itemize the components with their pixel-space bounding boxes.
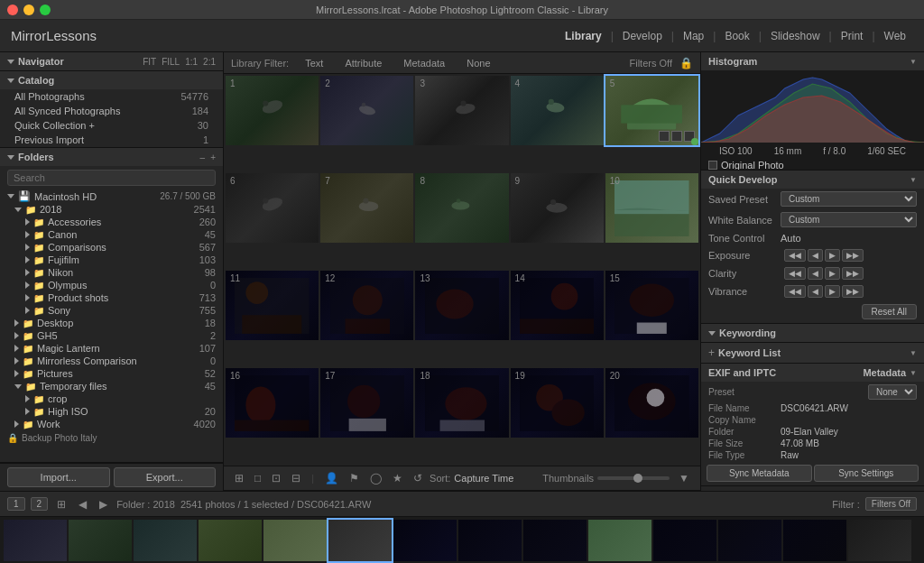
photo-cell-9[interactable]: 9 [511, 173, 604, 243]
qd-vibrance-r[interactable]: ▶ [825, 285, 840, 298]
one-label[interactable]: 1:1 [185, 57, 198, 67]
expand-icon[interactable]: ▼ [675, 470, 693, 486]
folder-pictures[interactable]: 📁 Pictures 52 [0, 367, 223, 380]
qd-exposure-ll[interactable]: ◀◀ [784, 249, 806, 262]
catalog-quick-collection[interactable]: Quick Collection + 30 [0, 118, 223, 133]
folder-work[interactable]: 📁 Work 4020 [0, 418, 223, 430]
sync-metadata-btn[interactable]: Sync Metadata [707, 465, 812, 482]
folder-gh5[interactable]: 📁 GH5 2 [0, 329, 223, 342]
folder-magic-lantern[interactable]: 📁 Magic Lantern 107 [0, 342, 223, 355]
filmstrip-thumb-7[interactable] [393, 520, 457, 561]
folder-comparisons[interactable]: 📁 Comparisons 567 [0, 241, 223, 254]
nav-book[interactable]: Book [717, 26, 756, 46]
qd-clarity-l[interactable]: ◀ [808, 267, 823, 280]
filmstrip-thumb-2[interactable] [69, 520, 132, 561]
qd-exposure-rr[interactable]: ▶▶ [842, 249, 864, 262]
folder-product-shots[interactable]: 📁 Product shots 713 [0, 291, 223, 304]
quick-develop-header[interactable]: Quick Develop ▼ [701, 171, 924, 189]
qd-reset-all-btn[interactable]: Reset All [862, 304, 917, 319]
photo-cell-1[interactable]: 1 [226, 76, 319, 145]
people-icon[interactable]: 👤 [321, 470, 342, 486]
import-button[interactable]: Import... [7, 467, 110, 487]
filters-off-btn[interactable]: Filters Off [865, 497, 917, 511]
photo-cell-18[interactable]: 18 [415, 368, 508, 438]
folders-search[interactable] [7, 170, 216, 186]
catalog-header[interactable]: Catalog [0, 71, 223, 89]
export-button[interactable]: Export... [114, 467, 217, 487]
nav-map[interactable]: Map [676, 26, 711, 46]
original-photo-checkbox[interactable] [708, 161, 717, 170]
filter-none-btn[interactable]: None [461, 56, 495, 70]
catalog-previous-import[interactable]: Previous Import 1 [0, 133, 223, 147]
thumbnail-size-slider[interactable] [597, 476, 670, 480]
metadata-header[interactable]: EXIF and IPTC Metadata ▼ [701, 364, 924, 382]
qd-saved-preset-select[interactable]: Custom [781, 191, 917, 207]
qd-vibrance-l[interactable]: ◀ [808, 285, 823, 298]
folder-temporary[interactable]: 📁 Temporary files 45 [0, 380, 223, 392]
nav-develop[interactable]: Develop [615, 26, 670, 46]
filmstrip-thumb-1[interactable] [4, 520, 67, 561]
filmstrip-thumb-8[interactable] [458, 520, 522, 561]
folder-crop[interactable]: 📁 crop [0, 392, 223, 405]
photo-cell-13[interactable]: 13 [415, 271, 508, 340]
prev-icon[interactable]: ◀ [75, 496, 90, 512]
action-icon-1[interactable] [659, 131, 670, 142]
sync-settings-btn[interactable]: Sync Settings [814, 465, 919, 482]
folder-macintosh-hd[interactable]: 💾 Macintosh HD 26.7 / 500 GB [0, 189, 223, 203]
folder-high-iso[interactable]: 📁 High ISO 20 [0, 405, 223, 418]
qd-clarity-r[interactable]: ▶ [825, 267, 840, 280]
photo-cell-3[interactable]: 3 [415, 76, 508, 145]
histogram-header[interactable]: Histogram ▼ [701, 52, 924, 70]
filter-metadata-btn[interactable]: Metadata [398, 56, 450, 70]
folder-mirrorless[interactable]: 📁 Mirrorless Comparison 0 [0, 355, 223, 367]
keyword-list-header[interactable]: + Keyword List ▼ [701, 343, 924, 363]
navigator-header[interactable]: Navigator FIT FILL 1:1 2:1 [0, 52, 223, 70]
photo-cell-14[interactable]: 14 [511, 271, 604, 340]
folder-desktop[interactable]: 📁 Desktop 18 [0, 317, 223, 329]
photo-cell-4[interactable]: 4 [511, 76, 604, 145]
qd-vibrance-ll[interactable]: ◀◀ [784, 285, 806, 298]
action-icon-2[interactable] [671, 131, 682, 142]
color-label-icon[interactable]: ◯ [366, 470, 385, 486]
filmstrip-thumb-5[interactable] [263, 520, 327, 561]
filmstrip-thumb-14[interactable] [848, 520, 911, 561]
qd-exposure-l[interactable]: ◀ [808, 249, 823, 262]
next-icon[interactable]: ▶ [96, 496, 111, 512]
nav-print[interactable]: Print [834, 26, 871, 46]
photo-cell-5[interactable]: 5 [605, 76, 698, 145]
photo-cell-16[interactable]: 16 [226, 368, 319, 438]
maximize-button[interactable] [40, 5, 51, 15]
fit-label[interactable]: FIT [143, 57, 156, 67]
photo-cell-8[interactable]: 8 [415, 173, 508, 243]
folders-add-btn[interactable]: + [210, 152, 216, 162]
qd-white-balance-select[interactable]: Custom [781, 212, 917, 227]
nav-web[interactable]: Web [877, 26, 913, 46]
compare-view-icon[interactable]: ⊡ [268, 470, 284, 486]
two-label[interactable]: 2:1 [203, 57, 216, 67]
filmstrip-thumb-10[interactable] [588, 520, 651, 561]
page-num-1[interactable]: 1 [7, 497, 25, 511]
filter-attribute-btn[interactable]: Attribute [339, 56, 387, 70]
slider-thumb[interactable] [633, 474, 642, 483]
folder-nikon[interactable]: 📁 Nikon 98 [0, 266, 223, 279]
qd-clarity-rr[interactable]: ▶▶ [842, 267, 864, 280]
minimize-button[interactable] [23, 5, 34, 15]
qd-vibrance-rr[interactable]: ▶▶ [842, 285, 864, 298]
folder-accessories[interactable]: 📁 Accessories 260 [0, 216, 223, 228]
folders-header[interactable]: Folders – + [0, 148, 223, 166]
photo-cell-7[interactable]: 7 [320, 173, 413, 243]
photo-cell-12[interactable]: 12 [320, 271, 413, 340]
photo-cell-20[interactable]: 20 [605, 368, 698, 438]
catalog-all-photos[interactable]: All Photographs 54776 [0, 89, 223, 104]
close-button[interactable] [7, 5, 18, 15]
photo-cell-15[interactable]: 15 [605, 271, 698, 340]
folders-remove-btn[interactable]: – [200, 152, 206, 162]
keywording-header[interactable]: Keywording [701, 324, 924, 342]
photo-cell-2[interactable]: 2 [320, 76, 413, 145]
folder-sony[interactable]: 📁 Sony 755 [0, 304, 223, 317]
folder-olympus[interactable]: 📁 Olympus 0 [0, 279, 223, 291]
loupe-view-icon[interactable]: □ [251, 470, 264, 486]
fill-label[interactable]: FILL [162, 57, 180, 67]
catalog-synced-photos[interactable]: All Synced Photographs 184 [0, 104, 223, 118]
folder-canon[interactable]: 📁 Canon 45 [0, 228, 223, 241]
